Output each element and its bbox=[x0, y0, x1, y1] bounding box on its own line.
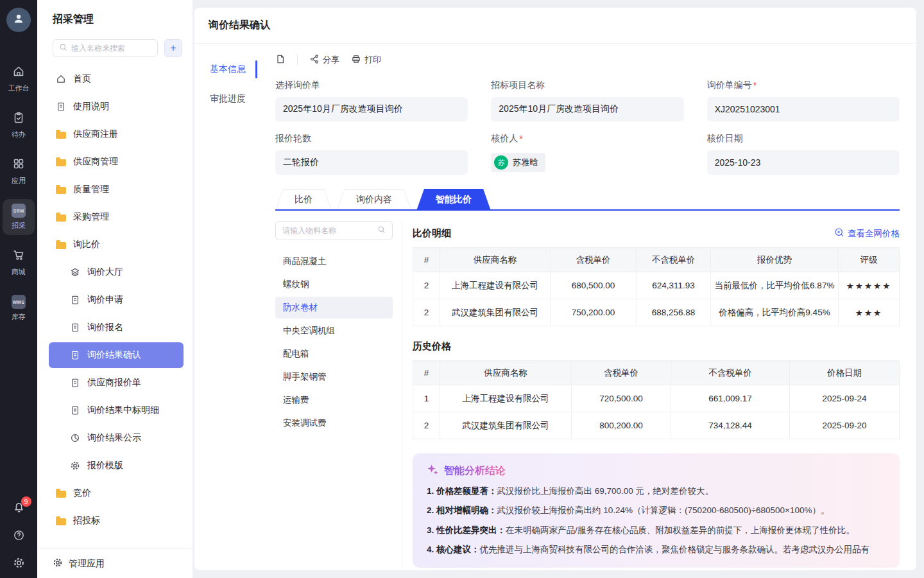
sidebar-item-label: 询价结果公示 bbox=[87, 432, 141, 444]
history-row[interactable]: 2 武汉建筑集团有限公司 800,200.00 734,128.44 2025-… bbox=[413, 412, 900, 439]
material-item-selected[interactable]: 防水卷材 bbox=[275, 297, 393, 319]
sidebar-item-tender[interactable]: 招投标 bbox=[49, 508, 184, 534]
sidebar-item-inquiry-award-detail[interactable]: 询价结果中标明细 bbox=[49, 398, 184, 423]
sidebar: 招采管理 + 首页 使用说明 供应商注册 供应商管理 bbox=[37, 0, 193, 578]
sidebar-item-inquiry-result-publicity[interactable]: 询价结果公示 bbox=[49, 425, 184, 451]
sidebar-search[interactable] bbox=[53, 39, 158, 57]
cell-supplier: 武汉建筑集团有限公司 bbox=[440, 412, 572, 439]
select-inquiry-input[interactable]: 2025年10月厂房改造项目询价 bbox=[275, 97, 468, 121]
analysis-item: 3. 性价比差异突出：在未明确两家产品/服务存在核心品质、附加权益差异的前提下，… bbox=[427, 524, 886, 537]
compare-header-row: # 供应商名称 含税单价 不含税单价 报价优势 评级 bbox=[413, 248, 900, 272]
field-inquiry-no: 询价单编号* XJ20251023001 bbox=[707, 80, 900, 121]
app-root: 工作台 待办 应用 SRM 招采 商城 WMS 库存 bbox=[0, 0, 924, 578]
user-avatar[interactable] bbox=[6, 8, 31, 32]
rail-item-todo[interactable]: 待办 bbox=[3, 107, 35, 144]
tab-inquiry-content[interactable]: 询价内容 bbox=[337, 189, 411, 211]
export-doc-button[interactable] bbox=[275, 54, 286, 66]
print-button[interactable]: 打印 bbox=[351, 54, 381, 66]
col-date: 价格日期 bbox=[790, 361, 900, 385]
sidebar-item-quality-manage[interactable]: 质量管理 bbox=[49, 177, 184, 202]
sidebar-footer-manage-apps[interactable]: 管理应用 bbox=[37, 548, 193, 578]
history-row[interactable]: 1 上海工程建设有限公司 720,500.00 661,009.17 2025-… bbox=[413, 385, 900, 412]
sidebar-item-inquiry-apply[interactable]: 询价申请 bbox=[49, 287, 184, 313]
clipboard-check-icon bbox=[12, 111, 25, 127]
document-icon bbox=[55, 101, 67, 112]
view-network-price-link[interactable]: 查看全网价格 bbox=[834, 227, 900, 240]
inquiry-no-input[interactable]: XJ20251023001 bbox=[707, 97, 900, 121]
material-item[interactable]: 螺纹钢 bbox=[275, 274, 393, 295]
rail-item-mall[interactable]: 商城 bbox=[3, 244, 35, 281]
rail-item-label: 应用 bbox=[12, 176, 26, 186]
sidebar-item-supplier-quote[interactable]: 供应商报价单 bbox=[49, 370, 184, 396]
sidebar-item-bidding[interactable]: 竞价 bbox=[49, 480, 184, 506]
material-item[interactable]: 商品混凝土 bbox=[275, 250, 393, 272]
sidebar-item-label: 采购管理 bbox=[73, 211, 109, 223]
field-label: 招标项目名称 bbox=[491, 80, 683, 91]
material-search[interactable] bbox=[275, 221, 393, 240]
cell-supplier: 上海工程建设有限公司 bbox=[440, 272, 551, 299]
col-supplier: 供应商名称 bbox=[440, 248, 551, 272]
analysis-item: 4. 核心建议：优先推进与上海商贸科技有限公司的合作洽谈，聚焦价格锁定与服务条款… bbox=[427, 543, 886, 556]
folder-icon bbox=[55, 128, 67, 140]
sidebar-menu: 首页 使用说明 供应商注册 供应商管理 质量管理 采购管理 bbox=[37, 66, 193, 548]
notifications-button[interactable]: 9 bbox=[13, 502, 25, 514]
cell-no: 2 bbox=[413, 412, 440, 439]
sidebar-item-home[interactable]: 首页 bbox=[49, 66, 184, 92]
material-item[interactable]: 配电箱 bbox=[275, 343, 393, 365]
sidebar-item-purchase-manage[interactable]: 采购管理 bbox=[49, 204, 184, 230]
sidebar-item-inquiry-hall[interactable]: 询价大厅 bbox=[49, 259, 184, 285]
notification-badge: 9 bbox=[21, 496, 31, 507]
material-item[interactable]: 运输费 bbox=[275, 389, 393, 411]
material-item[interactable]: 中央空调机组 bbox=[275, 320, 393, 342]
side-tab-basic-info[interactable]: 基本信息 bbox=[194, 57, 257, 82]
share-button[interactable]: 分享 bbox=[309, 54, 339, 66]
rail-item-label: 工作台 bbox=[8, 83, 30, 93]
document-icon bbox=[69, 294, 81, 306]
sidebar-item-supplier-manage[interactable]: 供应商管理 bbox=[49, 149, 184, 175]
sidebar-item-label: 询价大厅 bbox=[87, 267, 123, 278]
ai-analysis-head: 智能分析结论 bbox=[427, 464, 886, 478]
cell-price-no-tax: 688,256.88 bbox=[637, 299, 711, 326]
folder-icon bbox=[55, 211, 67, 223]
tab-compare[interactable]: 比价 bbox=[275, 189, 332, 211]
home-icon bbox=[12, 65, 25, 80]
sidebar-search-input[interactable] bbox=[71, 44, 151, 53]
sidebar-item-label: 询价报名 bbox=[87, 322, 123, 333]
rail-item-procurement[interactable]: SRM 招采 bbox=[3, 199, 35, 235]
search-icon bbox=[377, 225, 386, 236]
sidebar-item-inquiry-compare[interactable]: 询比价 bbox=[49, 232, 184, 258]
person-tag[interactable]: 苏 苏雅晗 bbox=[491, 153, 545, 172]
rail-item-workbench[interactable]: 工作台 bbox=[3, 60, 35, 98]
add-button[interactable]: + bbox=[164, 39, 182, 57]
compare-row[interactable]: 2 上海工程建设有限公司 680,500.00 624,311.93 当前最低价… bbox=[413, 272, 900, 299]
settings-gear-icon[interactable] bbox=[13, 557, 25, 569]
sidebar-item-quote-template[interactable]: 报价模版 bbox=[49, 453, 184, 478]
rail-item-inventory[interactable]: WMS 库存 bbox=[3, 290, 35, 326]
sidebar-item-inquiry-result-confirm[interactable]: 询价结果确认 bbox=[49, 342, 184, 368]
rail-item-apps[interactable]: 应用 bbox=[3, 153, 35, 190]
material-item[interactable]: 安装调试费 bbox=[275, 412, 393, 434]
sidebar-item-label: 询价结果中标明细 bbox=[87, 405, 159, 416]
help-button[interactable] bbox=[13, 529, 25, 541]
printer-icon bbox=[351, 54, 361, 66]
folder-icon bbox=[55, 487, 67, 499]
page-title: 询价结果确认 bbox=[209, 19, 902, 32]
compare-section-head: 比价明细 查看全网价格 bbox=[413, 227, 900, 240]
sidebar-search-row: + bbox=[37, 39, 193, 57]
price-check-date-input[interactable]: 2025-10-23 bbox=[707, 150, 900, 175]
col-price-no-tax: 不含税单价 bbox=[637, 248, 711, 272]
material-search-input[interactable] bbox=[282, 226, 373, 235]
search-icon bbox=[59, 42, 67, 54]
sidebar-item-inquiry-signup[interactable]: 询价报名 bbox=[49, 315, 184, 340]
sidebar-item-label: 询比价 bbox=[73, 239, 100, 250]
material-item[interactable]: 脚手架钢管 bbox=[275, 366, 393, 388]
sidebar-item-usage-guide[interactable]: 使用说明 bbox=[49, 94, 184, 119]
side-tab-approval-progress[interactable]: 审批进度 bbox=[194, 86, 257, 112]
cell-supplier: 武汉建筑集团有限公司 bbox=[440, 299, 551, 326]
project-name-input[interactable]: 2025年10月厂房改造项目询价 bbox=[491, 97, 683, 121]
sidebar-item-supplier-register[interactable]: 供应商注册 bbox=[49, 121, 184, 147]
compare-row[interactable]: 2 武汉建筑集团有限公司 750,200.00 688,256.88 价格偏高，… bbox=[413, 299, 900, 326]
tab-smart-compare[interactable]: 智能比价 bbox=[416, 189, 491, 211]
document-icon bbox=[69, 349, 81, 361]
quote-rounds-input[interactable]: 二轮报价 bbox=[275, 150, 468, 175]
